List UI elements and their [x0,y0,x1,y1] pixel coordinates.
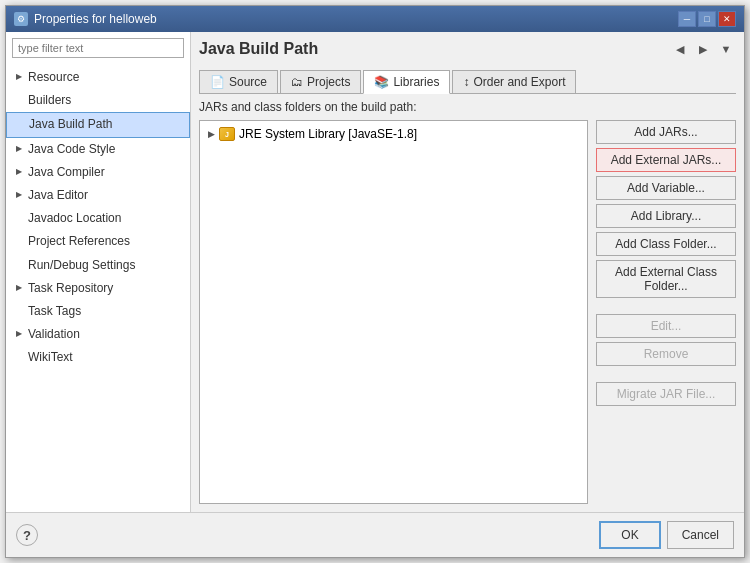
tree-item-task-tags[interactable]: Task Tags [6,300,190,323]
nav-forward-button[interactable]: ▶ [693,40,713,58]
tree-item-javadoc-location[interactable]: Javadoc Location [6,207,190,230]
order-and-export-tab-icon: ↕ [463,75,469,89]
maximize-button[interactable]: □ [698,11,716,27]
dialog-action-buttons: OK Cancel [599,521,734,549]
order-and-export-tab-label: Order and Export [473,75,565,89]
close-button[interactable]: ✕ [718,11,736,27]
source-tab-label: Source [229,75,267,89]
panel-title: Java Build Path [199,40,318,58]
nav-dropdown-button[interactable]: ▼ [716,40,736,58]
tab-libraries[interactable]: 📚Libraries [363,70,450,94]
nav-back-button[interactable]: ◀ [670,40,690,58]
tree-container: ResourceBuildersJava Build PathJava Code… [6,64,190,512]
tree-item-resource[interactable]: Resource [6,66,190,89]
dialog-window: ⚙ Properties for helloweb ─ □ ✕ Resource… [5,5,745,558]
tree-item-java-editor[interactable]: Java Editor [6,184,190,207]
remove-button: Remove [596,342,736,366]
projects-tab-icon: 🗂 [291,75,303,89]
help-button[interactable]: ? [16,524,38,546]
cancel-button[interactable]: Cancel [667,521,734,549]
tree-item-wikitext[interactable]: WikiText [6,346,190,369]
buttons-panel: Add JARs...Add External JARs...Add Varia… [596,120,736,504]
button-separator [596,370,736,378]
tree-item-run/debug-settings[interactable]: Run/Debug Settings [6,254,190,277]
right-header: Java Build Path ◀ ▶ ▼ [199,40,736,66]
content-area: JARs and class folders on the build path… [199,100,736,504]
window-title: Properties for helloweb [34,12,157,26]
minimize-button[interactable]: ─ [678,11,696,27]
content-description: JARs and class folders on the build path… [199,100,736,114]
libraries-tab-icon: 📚 [374,75,389,89]
migrate-jar-file--button: Migrate JAR File... [596,382,736,406]
expand-arrow-icon: ▶ [208,129,215,139]
tab-order-and-export[interactable]: ↕Order and Export [452,70,576,93]
right-panel: Java Build Path ◀ ▶ ▼ 📄Source🗂Projects📚L… [191,32,744,512]
button-separator [596,302,736,310]
left-panel: ResourceBuildersJava Build PathJava Code… [6,32,191,512]
title-buttons: ─ □ ✕ [678,11,736,27]
source-tab-icon: 📄 [210,75,225,89]
tree-item-validation[interactable]: Validation [6,323,190,346]
add-variable--button[interactable]: Add Variable... [596,176,736,200]
title-bar-left: ⚙ Properties for helloweb [14,12,157,26]
add-library--button[interactable]: Add Library... [596,204,736,228]
window-icon: ⚙ [14,12,28,26]
tree-item-java-code-style[interactable]: Java Code Style [6,138,190,161]
filter-input[interactable] [12,38,184,58]
jre-label: JRE System Library [JavaSE-1.8] [239,127,417,141]
edit--button: Edit... [596,314,736,338]
build-path-content: ▶ J JRE System Library [JavaSE-1.8] Add … [199,120,736,504]
tab-source[interactable]: 📄Source [199,70,278,93]
tree-item-java-build-path[interactable]: Java Build Path [6,112,190,137]
jre-item[interactable]: ▶ J JRE System Library [JavaSE-1.8] [204,125,583,143]
ok-button[interactable]: OK [599,521,660,549]
add-external-class-folder--button[interactable]: Add External Class Folder... [596,260,736,298]
dialog-body: ResourceBuildersJava Build PathJava Code… [6,32,744,512]
bottom-bar: ? OK Cancel [6,512,744,557]
title-bar: ⚙ Properties for helloweb ─ □ ✕ [6,6,744,32]
tab-projects[interactable]: 🗂Projects [280,70,361,93]
jar-icon: J [219,127,235,141]
add-external-jars--button[interactable]: Add External JARs... [596,148,736,172]
projects-tab-label: Projects [307,75,350,89]
tree-item-task-repository[interactable]: Task Repository [6,277,190,300]
tree-item-java-compiler[interactable]: Java Compiler [6,161,190,184]
build-path-tree: ▶ J JRE System Library [JavaSE-1.8] [199,120,588,504]
tabs-bar: 📄Source🗂Projects📚Libraries↕Order and Exp… [199,70,736,94]
add-jars--button[interactable]: Add JARs... [596,120,736,144]
tree-item-builders[interactable]: Builders [6,89,190,112]
tree-item-project-references[interactable]: Project References [6,230,190,253]
add-class-folder--button[interactable]: Add Class Folder... [596,232,736,256]
libraries-tab-label: Libraries [393,75,439,89]
